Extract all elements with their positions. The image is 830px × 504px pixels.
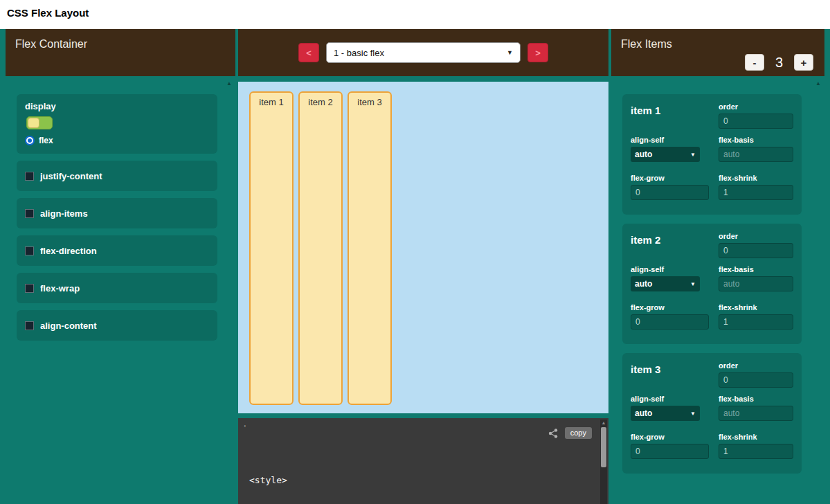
field-label: flex-shrink [719, 303, 793, 312]
align-self-value: auto [635, 279, 652, 289]
preview-column: < 1 - basic flex ▼ > item 1 item 2 item … [238, 29, 608, 504]
chevron-down-icon: ▼ [507, 49, 513, 56]
flex-radio[interactable] [25, 136, 35, 145]
option-label: align-items [40, 208, 88, 219]
flex-radio-label: flex [39, 136, 53, 145]
code-line: <style> [249, 474, 592, 487]
example-select[interactable]: 1 - basic flex ▼ [326, 42, 521, 63]
flex-items-column: Flex Items - 3 + ▲ item 1 order align-se… [611, 29, 824, 504]
flex-items-body: ▲ item 1 order align-self auto ▼ flex-ba… [611, 76, 824, 504]
align-self-value: auto [635, 150, 652, 159]
flex-shrink-input[interactable] [719, 185, 793, 200]
scroll-up-icon[interactable]: ▲ [226, 80, 232, 87]
add-item-button[interactable]: + [794, 54, 813, 71]
flex-preview-item: item 2 [298, 91, 343, 405]
order-input[interactable] [719, 372, 793, 388]
flex-basis-input[interactable] [719, 406, 793, 421]
justify-content-checkbox[interactable] [25, 172, 34, 181]
code-scrollbar[interactable]: ▲ [600, 420, 607, 504]
option-flex-wrap[interactable]: flex-wrap [17, 273, 217, 303]
flex-items-header: Flex Items - 3 + [611, 29, 824, 76]
item-heading: item 1 [631, 102, 709, 130]
field-label: flex-basis [719, 395, 793, 403]
field-label: flex-basis [719, 136, 793, 144]
flex-basis-field: flex-basis [719, 265, 793, 298]
display-option-box: display flex [17, 94, 217, 154]
field-label: flex-basis [719, 265, 793, 273]
flex-grow-field: flex-grow [631, 433, 709, 465]
flex-wrap-checkbox[interactable] [25, 284, 34, 293]
option-align-items[interactable]: align-items [17, 198, 217, 228]
code-toolbar: copy [548, 427, 592, 439]
align-self-select[interactable]: auto ▼ [631, 406, 700, 421]
chevron-down-icon: ▼ [690, 152, 696, 158]
option-label: justify-content [40, 171, 102, 181]
flex-preview-item: item 3 [348, 91, 392, 405]
field-label: flex-shrink [719, 433, 793, 441]
flex-item-settings-panel: item 2 order align-self auto ▼ flex-basi… [622, 224, 802, 344]
item-heading: item 2 [631, 232, 709, 260]
flex-shrink-input[interactable] [719, 314, 793, 330]
scroll-up-icon[interactable]: ▲ [600, 420, 607, 426]
flex-direction-checkbox[interactable] [25, 246, 34, 255]
flex-shrink-field: flex-shrink [719, 303, 793, 336]
item-count-controls: - 3 + [745, 54, 813, 71]
share-icon[interactable] [548, 428, 559, 439]
flex-container-header: Flex Container [6, 29, 235, 76]
option-label: align-content [40, 321, 97, 331]
next-example-button[interactable]: > [527, 43, 548, 62]
field-label: order [719, 361, 793, 370]
align-self-select[interactable]: auto ▼ [631, 276, 700, 291]
display-flex-radio-row: flex [25, 136, 209, 145]
page-title: CSS Flex Layout [0, 0, 830, 19]
order-input[interactable] [719, 243, 793, 258]
prev-example-button[interactable]: < [298, 43, 319, 62]
align-self-value: auto [635, 408, 652, 418]
example-select-value: 1 - basic flex [334, 48, 384, 58]
scrollbar-thumb[interactable] [601, 427, 606, 467]
align-items-checkbox[interactable] [25, 209, 34, 218]
flex-container-column: Flex Container ▲ display flex justify-co… [6, 29, 235, 504]
flex-shrink-input[interactable] [719, 444, 793, 459]
display-toggle[interactable] [26, 116, 53, 129]
flex-grow-input[interactable] [631, 444, 709, 459]
field-label: flex-grow [631, 174, 709, 182]
flex-container-body: ▲ display flex justify-content align-ite… [6, 76, 235, 504]
item-heading: item 3 [631, 361, 709, 389]
order-input[interactable] [719, 114, 793, 129]
code-dot: . [244, 418, 246, 429]
scroll-up-icon[interactable]: ▲ [815, 80, 821, 87]
flex-grow-input[interactable] [631, 314, 709, 330]
option-flex-direction[interactable]: flex-direction [17, 235, 217, 266]
item-count: 3 [775, 55, 783, 71]
display-option-label: display [25, 101, 209, 111]
align-self-select[interactable]: auto ▼ [631, 147, 700, 162]
chevron-down-icon: ▼ [690, 411, 696, 417]
option-label: flex-direction [40, 246, 97, 256]
main-area: Flex Container ▲ display flex justify-co… [0, 29, 830, 504]
align-self-field: align-self auto ▼ [631, 395, 709, 427]
option-align-content[interactable]: align-content [17, 310, 217, 341]
field-label: align-self [631, 395, 709, 403]
field-label: flex-grow [631, 303, 709, 312]
flex-shrink-field: flex-shrink [719, 174, 793, 206]
option-label: flex-wrap [40, 283, 80, 294]
flex-basis-input[interactable] [719, 147, 793, 162]
field-label: flex-grow [631, 433, 709, 441]
chevron-down-icon: ▼ [690, 281, 696, 287]
flex-basis-input[interactable] [719, 276, 793, 291]
align-content-checkbox[interactable] [25, 321, 34, 330]
copy-button[interactable]: copy [565, 427, 592, 439]
flex-grow-input[interactable] [631, 185, 709, 200]
field-label: order [719, 102, 793, 111]
field-label: align-self [631, 136, 709, 144]
flex-shrink-field: flex-shrink [719, 433, 793, 465]
order-field: order [719, 102, 793, 130]
remove-item-button[interactable]: - [745, 54, 764, 71]
flex-item-settings-panel: item 3 order align-self auto ▼ flex-basi… [622, 353, 802, 474]
field-label: flex-shrink [719, 174, 793, 182]
flex-grow-field: flex-grow [631, 303, 709, 336]
option-justify-content[interactable]: justify-content [17, 161, 217, 191]
order-field: order [719, 232, 793, 260]
toggle-knob-icon [28, 118, 39, 128]
